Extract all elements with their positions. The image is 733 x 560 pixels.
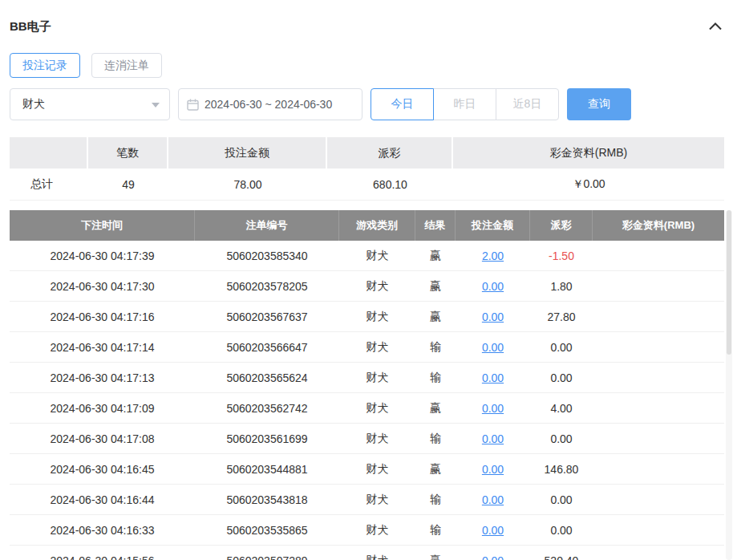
cell-bet-time: 2024-06-30 04:16:33	[10, 515, 195, 545]
cell-order-id: 5060203567637	[195, 302, 339, 331]
cell-order-id: 5060203507289	[195, 546, 339, 560]
summary-total-row: 总计 49 78.00 680.10 ￥0.00	[10, 168, 724, 201]
cell-payout: 1.80	[530, 271, 593, 301]
cell-result: 输	[415, 515, 456, 545]
cell-game-type: 财犬	[339, 332, 415, 362]
today-button[interactable]: 今日	[371, 88, 434, 120]
panel-header: BB电子	[10, 0, 724, 35]
game-select[interactable]: 财犬	[10, 88, 170, 120]
cell-result: 赢	[415, 271, 456, 301]
cell-payout: 27.80	[530, 302, 593, 331]
bet-amount-link[interactable]: 0.00	[482, 280, 504, 293]
cell-order-id: 5060203535865	[195, 515, 339, 545]
table-row: 2024-06-30 04:17:095060203562742财犬赢0.004…	[10, 393, 724, 424]
yesterday-button[interactable]: 昨日	[433, 88, 496, 120]
tab-bet-records[interactable]: 投注记录	[10, 53, 80, 78]
summary-total-count: 49	[88, 168, 168, 200]
cell-bet-amount: 0.00	[456, 546, 530, 560]
collapse-button[interactable]	[707, 18, 724, 35]
cell-result: 赢	[415, 454, 456, 484]
cell-result: 赢	[415, 241, 456, 270]
last-8-days-button[interactable]: 近8日	[496, 88, 559, 120]
cell-game-type: 财犬	[339, 363, 415, 392]
cell-result: 输	[415, 424, 456, 453]
vertical-scrollbar[interactable]	[726, 210, 732, 560]
cell-payout: 520.40	[530, 546, 593, 560]
cell-bet-amount: 0.00	[456, 515, 530, 545]
cell-payout: 0.00	[530, 363, 593, 392]
cell-bet-time: 2024-06-30 04:17:13	[10, 363, 195, 392]
table-row: 2024-06-30 04:16:335060203535865财犬输0.000…	[10, 515, 724, 546]
col-header-result: 结果	[415, 210, 456, 241]
cell-bet-time: 2024-06-30 04:17:08	[10, 424, 195, 453]
cell-order-id: 5060203562742	[195, 393, 339, 423]
cell-bet-amount: 0.00	[456, 302, 530, 331]
bet-amount-link[interactable]: 0.00	[482, 432, 504, 445]
cell-bonus	[593, 363, 724, 392]
cell-bonus	[593, 271, 724, 301]
bet-amount-link[interactable]: 0.00	[482, 524, 504, 537]
cell-game-type: 财犬	[339, 241, 415, 270]
cell-game-type: 财犬	[339, 515, 415, 545]
chevron-down-icon	[152, 103, 160, 108]
cell-game-type: 财犬	[339, 271, 415, 301]
table-row: 2024-06-30 04:16:445060203543818财犬输0.000…	[10, 485, 724, 515]
bet-amount-link[interactable]: 0.00	[482, 554, 504, 560]
summary-total-bet-amount: 78.00	[168, 168, 327, 200]
records-table-header: 下注时间 注单编号 游戏类别 结果 投注金额 派彩 彩金资料(RMB)	[10, 210, 724, 241]
cell-game-type: 财犬	[339, 393, 415, 423]
cell-bet-amount: 0.00	[456, 485, 530, 514]
bet-amount-link[interactable]: 0.00	[482, 371, 504, 384]
cell-bet-time: 2024-06-30 04:17:09	[10, 393, 195, 423]
records-table: 下注时间 注单编号 游戏类别 结果 投注金额 派彩 彩金资料(RMB) 2024…	[10, 210, 724, 560]
cell-bet-amount: 0.00	[456, 271, 530, 301]
summary-total-bonus: ￥0.00	[453, 168, 724, 200]
summary-header-row: 笔数 投注金额 派彩 彩金资料(RMB)	[10, 137, 724, 168]
cell-order-id: 5060203561699	[195, 424, 339, 453]
calendar-icon	[187, 99, 199, 111]
cell-bet-amount: 0.00	[456, 393, 530, 423]
cell-bet-amount: 2.00	[456, 241, 530, 270]
bet-amount-link[interactable]: 0.00	[482, 402, 504, 415]
filter-bar: 财犬 2024-06-30 ~ 2024-06-30 今日 昨日 近8日 查询	[10, 88, 724, 120]
col-header-time: 下注时间	[10, 210, 195, 241]
col-header-bet-amount: 投注金额	[456, 210, 530, 241]
table-body: 2024-06-30 04:17:395060203585340财犬赢2.00-…	[10, 241, 724, 560]
quick-date-group: 今日 昨日 近8日	[371, 88, 559, 120]
cell-bet-time: 2024-06-30 04:17:39	[10, 241, 195, 270]
cell-order-id: 5060203544881	[195, 454, 339, 484]
bet-amount-link[interactable]: 0.00	[482, 493, 504, 506]
search-button[interactable]: 查询	[567, 88, 631, 120]
cell-payout: -1.50	[530, 241, 593, 270]
cell-result: 输	[415, 485, 456, 514]
date-range-input[interactable]: 2024-06-30 ~ 2024-06-30	[178, 88, 362, 120]
cell-bet-amount: 0.00	[456, 363, 530, 392]
bet-amount-link[interactable]: 2.00	[482, 250, 504, 262]
table-row: 2024-06-30 04:17:395060203585340财犬赢2.00-…	[10, 241, 724, 271]
cell-result: 赢	[415, 302, 456, 331]
scrollbar-thumb[interactable]	[727, 210, 731, 355]
cell-payout: 4.00	[530, 393, 593, 423]
cell-result: 赢	[415, 393, 456, 423]
tab-cancelled-orders[interactable]: 连消注单	[91, 53, 162, 78]
cell-bonus	[593, 393, 724, 423]
bet-amount-link[interactable]: 0.00	[482, 341, 504, 354]
summary-header-count: 笔数	[88, 137, 168, 168]
bet-amount-link[interactable]: 0.00	[482, 463, 504, 476]
cell-bet-amount: 0.00	[456, 424, 530, 453]
summary-header-payout: 派彩	[327, 137, 453, 168]
cell-bonus	[593, 485, 724, 514]
summary-table: 笔数 投注金额 派彩 彩金资料(RMB) 总计 49 78.00 680.10 …	[10, 137, 724, 201]
cell-bet-time: 2024-06-30 04:15:56	[10, 546, 195, 560]
cell-bonus	[593, 241, 724, 270]
cell-bet-time: 2024-06-30 04:17:14	[10, 332, 195, 362]
table-row: 2024-06-30 04:15:565060203507289财犬赢0.005…	[10, 546, 724, 560]
table-row: 2024-06-30 04:16:455060203544881财犬赢0.001…	[10, 454, 724, 485]
table-row: 2024-06-30 04:17:135060203565624财犬输0.000…	[10, 363, 724, 393]
cell-bonus	[593, 332, 724, 362]
cell-bet-time: 2024-06-30 04:16:44	[10, 485, 195, 514]
cell-order-id: 5060203566647	[195, 332, 339, 362]
cell-result: 输	[415, 332, 456, 362]
record-tabs: 投注记录 连消注单	[10, 53, 724, 78]
bet-amount-link[interactable]: 0.00	[482, 310, 504, 323]
